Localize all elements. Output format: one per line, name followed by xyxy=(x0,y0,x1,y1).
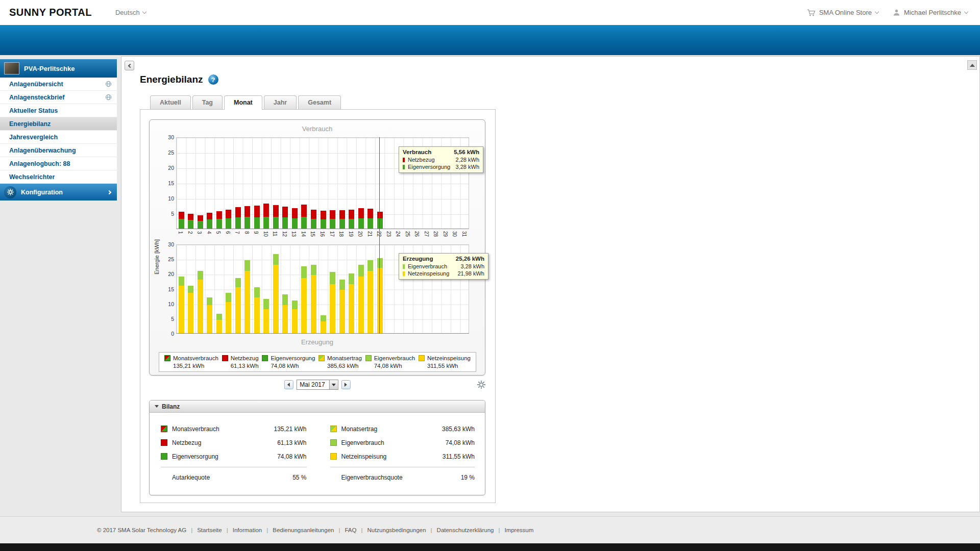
next-month-button[interactable] xyxy=(341,380,351,389)
bar-day-8[interactable] xyxy=(244,260,250,333)
sidebar-item-anlagenueberwachung[interactable]: Anlagenüberwachung xyxy=(0,144,117,157)
online-store-menu[interactable]: SMA Online Store xyxy=(807,9,878,17)
x-axis-day-label: 19 xyxy=(348,231,354,237)
footer-link-bedienungsanleitungen[interactable]: Bedienungsanleitungen xyxy=(273,527,334,533)
previous-month-button[interactable] xyxy=(284,380,293,389)
sidebar-item-anlagenlogbuch-88[interactable]: Anlagenlogbuch: 88 xyxy=(0,157,117,170)
x-axis-day-label: 2 xyxy=(187,231,193,234)
bar-day-8[interactable] xyxy=(244,206,250,229)
sidebar-site-header[interactable]: PVA-Perlitschke xyxy=(0,59,117,78)
tab-aktuell[interactable]: Aktuell xyxy=(150,95,191,109)
sidebar-item-jahresvergleich[interactable]: Jahresvergleich xyxy=(0,131,117,144)
bar-day-20[interactable] xyxy=(358,265,364,333)
footer-link-information[interactable]: Information xyxy=(233,527,262,533)
bar-day-4[interactable] xyxy=(207,213,212,229)
bar-day-2[interactable] xyxy=(188,214,193,229)
arrow-up-icon xyxy=(970,64,975,67)
help-icon[interactable]: ? xyxy=(208,74,218,85)
y-tick-label: 10 xyxy=(152,195,174,202)
bar-day-11[interactable] xyxy=(273,254,279,333)
footer-link-faq[interactable]: FAQ xyxy=(345,527,356,533)
bar-day-6[interactable] xyxy=(226,210,231,229)
bar-day-15[interactable] xyxy=(311,265,316,333)
bar-day-1[interactable] xyxy=(179,212,184,229)
sidebar-item-anlagensteckbrief[interactable]: Anlagensteckbrief xyxy=(0,91,117,104)
bar-day-3[interactable] xyxy=(198,271,203,334)
user-menu[interactable]: Michael Perlitschke xyxy=(893,9,968,16)
bilanz-row-eigenverbrauch: Eigenverbrauch74,08 kWh xyxy=(330,436,475,449)
bar-day-5[interactable] xyxy=(216,314,222,333)
bar-segment-eigenversorgung xyxy=(244,217,250,229)
month-select[interactable]: Mai 2017 xyxy=(296,380,338,390)
footer-link-datenschutzerklaerung[interactable]: Datenschutzerklärung xyxy=(437,527,494,533)
bar-day-11[interactable] xyxy=(273,205,279,229)
bilanz-header[interactable]: Bilanz xyxy=(150,400,485,413)
language-selector[interactable]: Deutsch xyxy=(115,9,146,16)
bar-segment-eigenverbrauch xyxy=(349,273,354,284)
bar-day-10[interactable] xyxy=(263,299,269,333)
tab-tag[interactable]: Tag xyxy=(192,95,223,109)
sidebar-collapse-button[interactable] xyxy=(125,61,134,70)
footer-link-impressum[interactable]: Impressum xyxy=(504,527,533,533)
bar-day-15[interactable] xyxy=(311,210,316,229)
x-axis-day-label: 15 xyxy=(310,231,315,237)
bar-day-7[interactable] xyxy=(235,278,241,333)
bar-day-18[interactable] xyxy=(339,280,345,333)
bar-segment-eigenversorgung xyxy=(235,217,241,229)
bar-segment-eigenverbrauch xyxy=(254,287,260,297)
bar-day-17[interactable] xyxy=(330,210,335,229)
topbar-right: SMA Online Store Michael Perlitschke xyxy=(807,9,968,17)
bar-day-13[interactable] xyxy=(292,300,298,333)
bar-day-9[interactable] xyxy=(254,206,260,229)
bar-segment-netzbezug xyxy=(358,208,364,218)
sidebar-item-energiebilanz[interactable]: Energiebilanz xyxy=(0,117,117,131)
bar-day-17[interactable] xyxy=(330,272,335,333)
legend-label: Netzeinspeisung xyxy=(427,355,471,361)
tab-jahr[interactable]: Jahr xyxy=(264,95,297,109)
sunny-portal-logo[interactable]: SUNNY PORTAL xyxy=(9,7,92,18)
chart-settings-gear-icon[interactable] xyxy=(477,381,485,391)
scroll-up-button[interactable] xyxy=(967,60,977,70)
bar-day-16[interactable] xyxy=(321,315,326,333)
bar-day-3[interactable] xyxy=(198,215,203,229)
bar-day-14[interactable] xyxy=(301,205,307,229)
bar-day-16[interactable] xyxy=(321,211,326,229)
bar-day-4[interactable] xyxy=(207,297,212,333)
bar-day-9[interactable] xyxy=(254,287,260,333)
bar-day-14[interactable] xyxy=(301,266,307,333)
y-tick-label: 5 xyxy=(152,211,174,217)
y-tick-label: 20 xyxy=(152,165,174,171)
sidebar-item-aktueller-status[interactable]: Aktueller Status xyxy=(0,104,117,117)
bar-segment-netzbezug xyxy=(273,205,279,217)
bar-day-7[interactable] xyxy=(235,207,241,229)
bar-day-2[interactable] xyxy=(188,286,193,333)
legend-item-top: Netzbezug xyxy=(222,355,259,361)
bar-day-6[interactable] xyxy=(226,293,231,333)
bar-day-12[interactable] xyxy=(282,294,288,333)
bar-day-18[interactable] xyxy=(339,210,345,229)
bar-day-1[interactable] xyxy=(179,277,184,333)
footer-link-startseite[interactable]: Startseite xyxy=(197,527,222,533)
bar-day-21[interactable] xyxy=(368,260,373,333)
bar-day-12[interactable] xyxy=(282,207,288,229)
tab-monat[interactable]: Monat xyxy=(224,95,262,110)
footer-link-nutzungsbedingungen[interactable]: Nutzungsbedingungen xyxy=(367,527,426,533)
bar-segment-eigenversorgung xyxy=(216,219,222,229)
bar-day-19[interactable] xyxy=(349,273,354,333)
sidebar-item-wechselrichter[interactable]: Wechselrichter xyxy=(0,170,117,184)
y-tick-label: 25 xyxy=(152,256,174,262)
bar-day-5[interactable] xyxy=(216,211,222,229)
sidebar-item-anlagenuebersicht[interactable]: Anlagenübersicht xyxy=(0,78,117,91)
x-axis-day-label: 7 xyxy=(234,231,240,234)
tab-gesamt[interactable]: Gesamt xyxy=(298,95,341,109)
content-area: PVA-Perlitschke AnlagenübersichtAnlagens… xyxy=(0,55,980,516)
bar-day-19[interactable] xyxy=(349,210,354,229)
select-dropdown-button[interactable] xyxy=(329,380,338,389)
bar-day-22[interactable] xyxy=(377,212,383,229)
sidebar-item-konfiguration[interactable]: Konfiguration xyxy=(0,184,117,201)
bar-day-10[interactable] xyxy=(263,204,269,229)
bar-day-20[interactable] xyxy=(358,208,364,229)
bar-day-21[interactable] xyxy=(368,209,373,229)
bar-day-22[interactable] xyxy=(377,258,383,333)
bar-day-13[interactable] xyxy=(292,208,298,229)
